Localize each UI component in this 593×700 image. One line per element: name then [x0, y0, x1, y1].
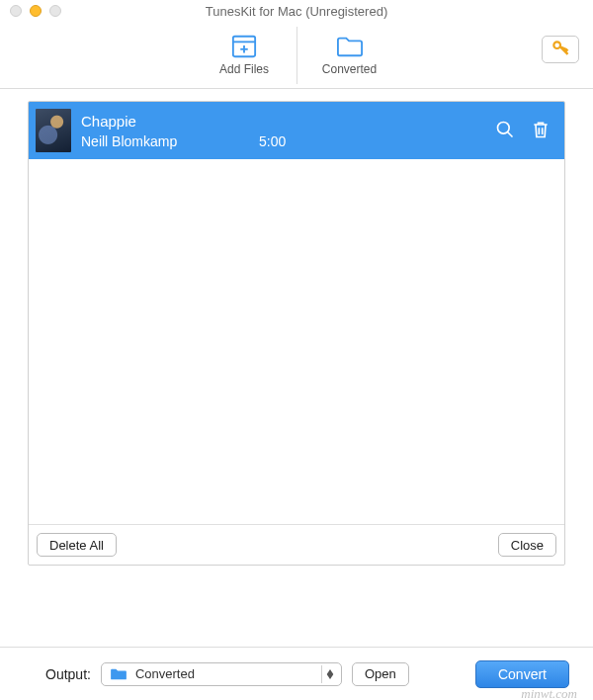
trash-icon[interactable]	[531, 120, 551, 142]
folder-icon	[335, 34, 365, 59]
register-key-button[interactable]	[542, 36, 579, 63]
close-panel-button[interactable]: Close	[498, 533, 556, 557]
stepper-icon	[321, 665, 335, 683]
toolbar: Add Files Converted	[0, 22, 593, 89]
svg-point-5	[498, 122, 510, 133]
search-icon[interactable]	[495, 120, 515, 142]
folder-icon	[110, 667, 127, 681]
add-files-label: Add Files	[219, 62, 269, 76]
titlebar: TunesKit for Mac (Unregistered)	[0, 0, 593, 22]
item-title: Chappie	[81, 113, 485, 130]
window-title: TunesKit for Mac (Unregistered)	[0, 4, 593, 19]
output-label: Output:	[45, 666, 91, 682]
open-folder-button[interactable]: Open	[352, 662, 409, 686]
svg-marker-10	[327, 674, 334, 679]
toolbar-group: Add Files Converted	[192, 27, 401, 84]
file-list: Chappie Neill Blomkamp 5:00	[29, 102, 564, 524]
output-folder-select[interactable]: Converted	[101, 662, 342, 686]
list-item[interactable]: Chappie Neill Blomkamp 5:00	[29, 102, 564, 159]
converted-label: Converted	[322, 62, 377, 76]
list-item-text: Chappie Neill Blomkamp 5:00	[81, 113, 485, 149]
output-folder-value: Converted	[135, 666, 313, 681]
convert-button[interactable]: Convert	[475, 660, 569, 688]
panel-footer: Delete All Close	[29, 524, 564, 565]
add-files-icon	[229, 34, 259, 59]
delete-all-button[interactable]: Delete All	[37, 533, 117, 557]
add-files-button[interactable]: Add Files	[192, 27, 296, 84]
watermark: minwt.com	[521, 686, 577, 700]
bottom-bar: Output: Converted Open Convert minwt.com	[0, 647, 593, 700]
svg-line-6	[508, 131, 513, 136]
svg-point-4	[553, 42, 560, 48]
item-author: Neill Blomkamp	[81, 133, 259, 149]
main-area: Chappie Neill Blomkamp 5:00	[0, 89, 593, 647]
thumbnail	[36, 109, 71, 152]
item-actions	[495, 120, 551, 142]
item-duration: 5:00	[259, 133, 286, 149]
file-panel: Chappie Neill Blomkamp 5:00	[28, 101, 565, 566]
key-icon	[551, 39, 570, 61]
converted-button[interactable]: Converted	[296, 27, 401, 84]
